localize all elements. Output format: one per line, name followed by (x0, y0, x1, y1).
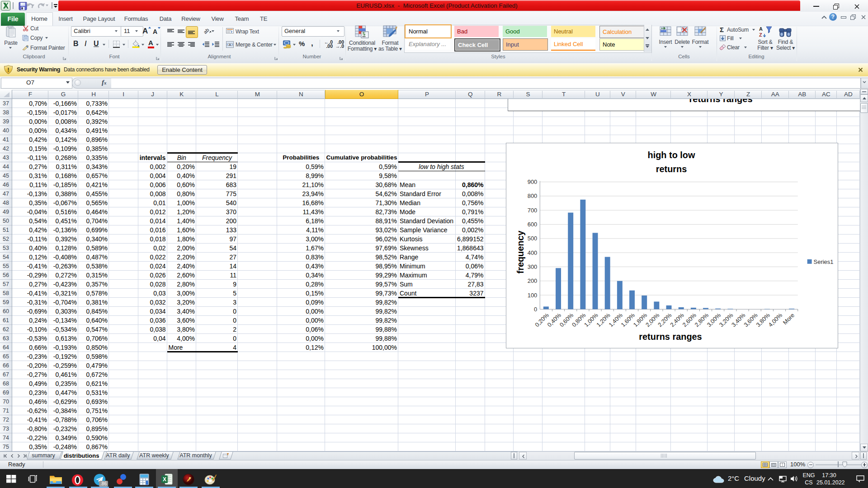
svg-text:400: 400 (528, 249, 538, 256)
svg-text:200: 200 (528, 277, 538, 284)
svg-text:0: 0 (534, 306, 537, 313)
svg-text:300: 300 (528, 263, 538, 270)
svg-text:Z: Z (759, 32, 762, 38)
svg-text:4,00%: 4,00% (767, 311, 784, 328)
svg-text:ab: ab (203, 27, 210, 35)
svg-text:high to low: high to low (647, 150, 695, 160)
svg-text:800: 800 (528, 192, 538, 199)
svg-text:returns ranges: returns ranges (639, 332, 702, 342)
svg-text:500: 500 (528, 235, 538, 242)
svg-text:900: 900 (528, 178, 538, 185)
svg-text:100: 100 (528, 292, 538, 299)
svg-text:Series1: Series1 (814, 258, 834, 265)
svg-text:frequency: frequency (515, 230, 525, 273)
svg-text:A: A (759, 26, 763, 32)
svg-text:returns: returns (656, 164, 687, 174)
svg-text:!: ! (7, 66, 9, 73)
svg-text:X: X (163, 476, 166, 483)
svg-text:More: More (782, 312, 796, 326)
svg-text:700: 700 (528, 207, 538, 214)
svg-text:a: a (229, 42, 231, 47)
svg-text:600: 600 (528, 221, 538, 228)
